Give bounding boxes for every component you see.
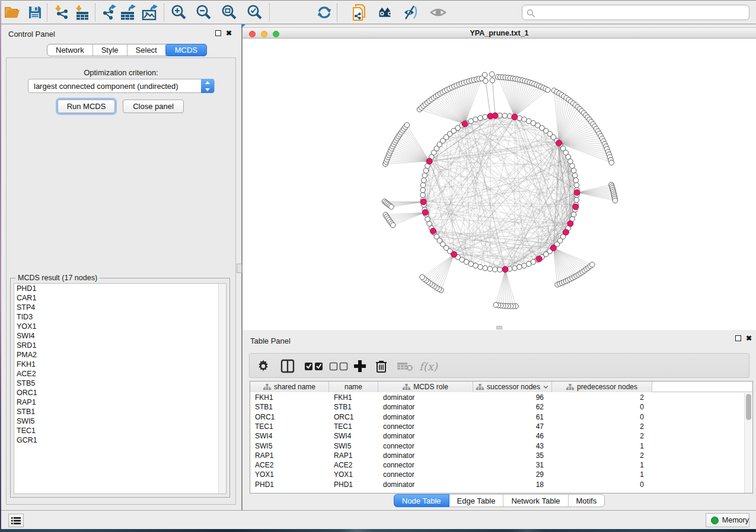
zoom-out-icon[interactable] [194, 4, 212, 21]
hide-details-icon[interactable] [402, 4, 420, 21]
splitter-collapse-handle-horizontal[interactable] [496, 326, 502, 329]
column-header-MCDS-role[interactable]: MCDS role [378, 382, 473, 392]
open-folder-icon[interactable] [4, 4, 21, 21]
table-row[interactable]: ORC1ORC1dominator610 [250, 412, 752, 422]
share-document-icon[interactable] [351, 4, 369, 21]
result-scrollbar[interactable] [218, 284, 226, 493]
toolbar-separator [269, 4, 270, 21]
network-window-titlebar[interactable]: YPA_prune.txt_1 [243, 27, 756, 39]
result-node[interactable]: PHD1 [14, 284, 226, 293]
import-table-icon[interactable] [74, 4, 91, 21]
export-network-icon[interactable] [101, 4, 119, 21]
table-row[interactable]: SWI4SWI4dominator462 [250, 431, 752, 441]
show-columns-icon[interactable] [280, 358, 295, 374]
result-node[interactable]: STP4 [14, 303, 226, 312]
cell: dominator [383, 480, 470, 489]
mcds-result-list[interactable]: PHD1CAR1STP4TID3YOX1SWI4SRD1PMA2FKH1ACE2… [14, 283, 227, 494]
cell: 46 [473, 431, 544, 441]
result-node[interactable]: ACE2 [14, 369, 226, 379]
cell: connector [383, 460, 470, 470]
table-scrollbar[interactable] [744, 393, 752, 493]
table-row[interactable]: FKH1FKH1dominator962 [250, 393, 752, 402]
result-node[interactable]: SWI4 [14, 331, 226, 341]
tab-network-table[interactable]: Network Table [503, 495, 568, 507]
tab-mcds[interactable]: MCDS [165, 44, 207, 56]
criterion-dropdown[interactable]: largest connected component (undirected) [28, 79, 215, 93]
task-history-button[interactable] [8, 514, 24, 527]
table-settings-icon[interactable] [257, 358, 270, 374]
search-network-icon[interactable] [376, 4, 394, 21]
result-node[interactable]: FKH1 [14, 360, 226, 369]
table-row[interactable]: ACE2ACE2connector311 [250, 460, 752, 470]
result-node[interactable]: STB5 [14, 379, 226, 388]
tab-motifs[interactable]: Motifs [569, 495, 605, 507]
tab-select[interactable]: Select [127, 44, 166, 56]
zoom-fit-icon[interactable] [220, 4, 238, 21]
result-node[interactable]: ORC1 [14, 388, 226, 398]
table-row[interactable]: SWI5SWI5connector431 [250, 441, 752, 451]
close-table-panel-icon[interactable]: ✖ [746, 334, 752, 342]
cell: ORC1 [255, 412, 326, 422]
result-node[interactable]: TID3 [14, 312, 226, 322]
column-header-name[interactable]: name [329, 382, 378, 392]
tab-style[interactable]: Style [93, 44, 127, 56]
export-table-icon[interactable] [120, 4, 138, 21]
cell: RAP1 [255, 451, 326, 460]
zoom-in-icon[interactable] [170, 4, 187, 21]
table-row[interactable]: YOX1YOX1connector291 [250, 470, 752, 479]
cell: 2 [552, 422, 644, 431]
result-node[interactable]: STB1 [14, 407, 226, 416]
tab-node-table[interactable]: Node Table [394, 494, 449, 507]
table-row[interactable]: STB1STB1dominator620 [250, 402, 752, 412]
result-node[interactable]: TEC1 [14, 426, 226, 435]
result-node[interactable]: GCR1 [14, 435, 226, 445]
table-row[interactable]: RAP1RAP1dominator352 [250, 451, 752, 460]
result-node[interactable]: SRD1 [14, 341, 226, 350]
cytoscape-window: Control Panel ✖ NetworkStyleSelectMCDS O… [1, 0, 756, 528]
table-row[interactable]: TEC1TEC1connector472 [250, 422, 752, 431]
cell: SWI4 [334, 431, 375, 441]
memory-button[interactable]: Memory [706, 513, 749, 527]
node-table[interactable]: shared namenameMCDS rolesuccessor nodesp… [250, 381, 753, 493]
cell: FKH1 [255, 393, 326, 402]
column-header-predecessor-nodes[interactable]: predecessor nodes [552, 382, 652, 392]
show-details-icon[interactable] [429, 4, 447, 21]
close-panel-button[interactable]: Close panel [123, 100, 184, 113]
delete-table-icon[interactable] [397, 358, 413, 374]
table-scrollbar-thumb[interactable] [746, 394, 751, 420]
table-row[interactable]: PHD1PHD1dominator180 [250, 480, 752, 489]
search-input[interactable] [522, 5, 749, 20]
save-icon[interactable] [26, 4, 44, 21]
export-image-icon[interactable] [142, 4, 160, 21]
result-node[interactable]: SWI5 [14, 416, 226, 426]
float-table-panel-icon[interactable] [735, 335, 741, 341]
select-all-icon[interactable] [304, 358, 324, 374]
network-canvas[interactable] [243, 39, 756, 330]
node-table-header: shared namenameMCDS rolesuccessor nodesp… [250, 382, 752, 392]
cell: connector [383, 470, 470, 479]
add-column-icon[interactable] [353, 358, 367, 374]
close-panel-icon[interactable]: ✖ [226, 29, 232, 37]
float-panel-icon[interactable] [215, 30, 221, 36]
column-header-shared-name[interactable]: shared name [250, 382, 329, 392]
cell: dominator [383, 451, 470, 460]
result-node[interactable]: CAR1 [14, 293, 226, 303]
result-node[interactable]: PMA2 [14, 350, 226, 360]
table-panel-tabs: Node TableEdge TableNetwork TableMotifs [394, 494, 605, 507]
splitter-collapse-handle[interactable] [237, 264, 242, 273]
cell: 43 [473, 441, 544, 451]
function-builder-icon[interactable]: f(x) [419, 358, 438, 374]
cell: connector [383, 422, 470, 431]
run-mcds-button[interactable]: Run MCDS [58, 100, 115, 113]
tab-network[interactable]: Network [47, 44, 93, 56]
tab-edge-table[interactable]: Edge Table [449, 495, 504, 507]
delete-column-icon[interactable] [375, 358, 387, 374]
import-network-icon[interactable] [53, 4, 71, 21]
cell: 96 [473, 393, 544, 402]
result-node[interactable]: RAP1 [14, 398, 226, 407]
zoom-selected-icon[interactable] [245, 4, 263, 21]
refresh-icon[interactable] [315, 4, 333, 21]
deselect-all-icon[interactable] [329, 358, 349, 374]
column-header-successor-nodes[interactable]: successor nodes [473, 382, 552, 392]
result-node[interactable]: YOX1 [14, 322, 226, 331]
